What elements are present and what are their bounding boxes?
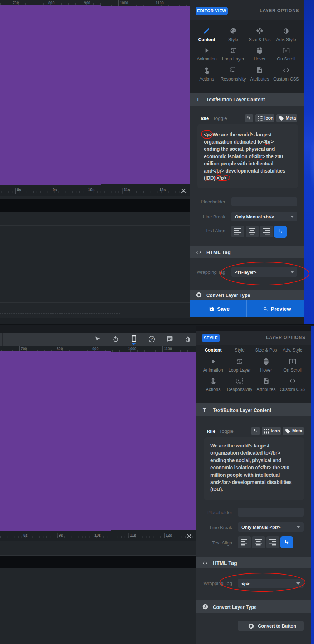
svg-text:?: ? (151, 337, 153, 341)
